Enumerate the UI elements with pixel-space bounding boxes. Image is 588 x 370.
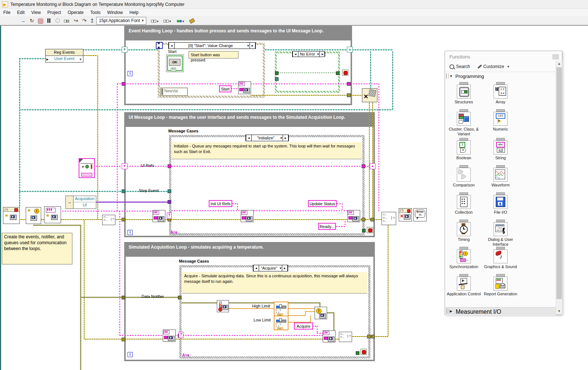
palette-item-comparison[interactable]: Comparison [445,165,482,188]
start-string-constant[interactable]: Start [219,85,232,92]
update-status-constant[interactable]: Update Status [308,200,337,207]
run-continuously-button[interactable]: ↻ [28,17,36,25]
initialize-case-selector[interactable]: ◄ "Initialize" ▼ ► [245,135,289,141]
scroll-up-icon[interactable]: ▲ [556,61,562,67]
palette-item-synchronization[interactable]: ! → Synchronization [445,247,482,269]
search-button[interactable]: Search [456,64,470,69]
clean-up-diagram-icon[interactable] [188,17,196,25]
pause-button[interactable] [45,17,53,25]
palette-item-cluster[interactable]: Cluster, Class, & Variant [445,109,482,136]
menu-operate[interactable]: Operate [64,9,87,16]
distribute-objects-dropdown[interactable]: ▼ [162,17,173,25]
palette-item-boolean[interactable]: T A Boolean [445,138,482,160]
palette-item-graphics[interactable]: ♪ Graphics & Sound [482,247,519,269]
synchronization-icon[interactable]: ! → [457,249,471,263]
palette-item-collection[interactable]: Collection [445,192,482,215]
step-over-button[interactable]: ↷ [80,17,88,25]
array-icon[interactable]: RC 1 23 4 [494,85,508,99]
create-user-event-icon[interactable]: (?) ✳ ▶ [3,207,20,224]
palette-item-dialog[interactable]: ! 5.510 0.0 Dialog & User Interface [482,220,519,247]
palette-item-array[interactable]: RC 1 23 4 Array [482,82,519,104]
report-generation-icon[interactable] [494,277,508,291]
palette-item-waveform[interactable]: Waveform [482,165,519,188]
start-button-terminal[interactable]: OK TF [166,54,184,72]
run-button[interactable]: → [19,17,27,25]
reorder-dropdown[interactable]: ▼ [176,17,186,25]
string-icon[interactable]: abc a A [494,140,508,154]
palette-item-numeric[interactable]: 123 + Numeric [482,109,519,132]
selector-next-icon[interactable]: ► [283,135,288,141]
numeric-icon[interactable]: 123 + [494,112,508,126]
selector-prev-icon[interactable]: ◄ [246,135,252,141]
waveform-icon[interactable] [494,168,508,182]
dequeue-message-icon[interactable]: ▶ [153,210,165,222]
palette-item-fileio[interactable]: File I/O [482,192,519,215]
selector-next-icon[interactable]: ► [319,51,325,57]
unregister-events-icon[interactable]: ✕ [362,88,377,102]
read-temperature-icon[interactable]: ▶ [217,300,229,312]
acquire-case-selector[interactable]: ◄ "Acquire" ▼ ► [253,265,288,271]
menu-view[interactable]: View [28,9,44,16]
event-case-selector[interactable]: ◄ [0] "Start": Value Change ▼ ► [168,42,256,49]
scrollbar-thumb[interactable] [556,67,562,299]
enqueue-message-icon[interactable]: ▶ [241,210,254,222]
selector-prev-icon[interactable]: ◄ [293,51,298,57]
enqueue-message-icon[interactable]: ▶ [347,210,360,222]
palette-item-application-control[interactable]: Application Control [445,274,482,296]
create-notifier-icon[interactable]: ✳ ! ▶ [26,207,41,224]
step-out-button[interactable]: ↥ [88,17,96,25]
retain-wire-values-icon[interactable] [62,17,70,25]
palette-item-report-generation[interactable]: Report Generation [482,274,519,296]
align-objects-dropdown[interactable]: ▼ [150,17,160,25]
dialog-user-interface-icon[interactable]: ! 5.510 0.0 [494,222,508,236]
expand-arrow-icon[interactable]: ▼ [449,74,453,78]
structures-icon[interactable] [457,85,471,99]
cluster-icon[interactable] [457,112,471,126]
no-error-case-selector[interactable]: ◄ No Error ▼ ► [292,51,325,57]
ui-refs-cluster-icon[interactable]: ▼ [79,158,95,178]
file-io-icon[interactable] [494,195,508,209]
palette-scrollbar[interactable]: ▲ ▼ [556,61,562,314]
error-dialog-icon[interactable]: Error?! [413,208,427,221]
palette-pin-button[interactable] [552,54,559,60]
section-programming[interactable]: ▼ Programming [445,72,562,80]
init-ui-refs-constant[interactable]: Init UI Refs [209,200,232,207]
palette-item-string[interactable]: abc a A String [482,138,519,160]
application-control-icon[interactable] [457,277,471,291]
dequeue-message-icon[interactable]: ▶ [163,330,176,342]
boolean-icon[interactable]: T A [457,140,471,154]
font-selector[interactable]: 15pt Application Font▼ [96,17,146,25]
menu-project[interactable]: Project [44,9,64,16]
highlight-execution-icon[interactable] [54,17,61,25]
comparison-icon[interactable] [457,168,471,182]
simulated-acquisition-while-loop[interactable]: Simulated Acquisition Loop - simulates a… [124,242,375,361]
menu-tools[interactable]: Tools [87,9,104,16]
low-limit-slider[interactable]: 0 5 10DBL [274,316,288,330]
merge-errors-icon[interactable]: ?!→?!→ ?! [102,215,115,225]
timing-icon[interactable] [457,222,471,236]
enqueue-message-icon[interactable]: ▶ [323,330,336,342]
menu-file[interactable]: File [0,9,14,16]
selector-next-icon[interactable]: ► [282,265,288,271]
palette-item-timing[interactable]: Timing [445,220,482,242]
graphics-sound-icon[interactable]: ♪ [494,249,508,263]
abort-button[interactable] [37,17,44,25]
merge-errors-icon[interactable]: ?!→?!→?!→ ?! [381,212,396,225]
expand-arrow-icon[interactable]: ▶ [450,309,452,313]
collection-icon[interactable] [457,195,471,209]
selector-next-icon[interactable]: ► [250,43,255,49]
menu-window[interactable]: Window [104,9,126,16]
step-into-button[interactable]: ↪ [72,17,80,25]
high-limit-slider[interactable]: 0 5 10DBL [274,302,288,316]
acquire-constant[interactable]: Acquire [294,323,313,330]
menu-help[interactable]: Help [126,9,142,16]
create-queue-icon[interactable]: ✳ ▶ [44,206,61,223]
selector-prev-icon[interactable]: ◄ [169,43,175,49]
queue-names-cluster[interactable]: → Acquisition UI [65,196,96,209]
release-references-icon[interactable]: (?) ✕ ▶ [399,208,412,221]
customize-button[interactable]: Customize [483,64,504,69]
send-notification-icon[interactable]: ! ▶ [315,307,327,319]
menu-edit[interactable]: Edit [14,9,28,16]
enqueue-message-icon[interactable]: ▶ [238,81,251,94]
palette-item-structures[interactable]: Structures [445,82,482,104]
